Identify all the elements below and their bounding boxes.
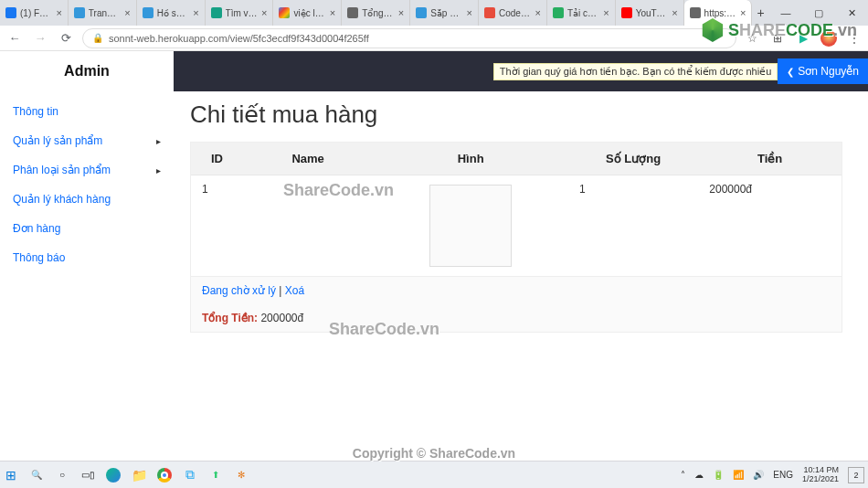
- viblo-icon: [143, 7, 153, 18]
- edge-icon[interactable]: [106, 468, 121, 483]
- tray-battery-icon[interactable]: 🔋: [713, 470, 724, 480]
- tab-viblo-profile[interactable]: Hồ sơ cá×: [137, 0, 206, 26]
- tray-expand-button[interactable]: ˄: [681, 470, 685, 480]
- status-delete-link[interactable]: Xoá: [285, 284, 304, 297]
- vscode-icon[interactable]: ⧉: [183, 468, 197, 483]
- sidebar: Admin Thông tin Quản lý sản phẩm▸ Phân l…: [0, 51, 174, 461]
- tab-label: CodersX: [499, 8, 531, 18]
- app-icon-2[interactable]: ✻: [234, 468, 249, 483]
- file-explorer-icon[interactable]: 📁: [132, 468, 146, 483]
- total-cell: Tổng Tiền: 200000đ: [191, 304, 842, 332]
- sidebar-item-products[interactable]: Quản lý sản phẩm▸: [0, 126, 174, 155]
- tab-globe-1[interactable]: Tổng hợp×: [342, 0, 410, 26]
- nav-forward-button[interactable]: →: [31, 31, 49, 45]
- profile-avatar[interactable]: [820, 30, 837, 47]
- sidebar-item-label: Quản lý sản phẩm: [13, 134, 102, 147]
- tab-label: Tải code n: [567, 8, 599, 18]
- nav-back-button[interactable]: ←: [5, 31, 24, 45]
- order-table-wrapper: ID Name Hình Số Lượng Tiền 1 1 200000đ: [190, 142, 842, 333]
- tab-facebook[interactable]: (1) Faceb×: [0, 0, 69, 26]
- task-view-button[interactable]: ▭▯: [80, 468, 95, 483]
- tray-cloud-icon[interactable]: ☁: [694, 470, 704, 480]
- cell-qty: 1: [568, 175, 698, 277]
- close-icon[interactable]: ×: [261, 7, 267, 18]
- chrome-icon[interactable]: [157, 468, 172, 483]
- product-thumbnail: [429, 185, 512, 267]
- close-icon[interactable]: ×: [193, 7, 198, 18]
- window-close-button[interactable]: ✕: [835, 0, 868, 26]
- browser-tabstrip: (1) Faceb× Trang chủ× Hồ sơ cá× Tìm việc…: [0, 0, 868, 26]
- star-icon[interactable]: ☆: [744, 30, 760, 47]
- address-bar[interactable]: 🔒 sonnt-web.herokuapp.com/view/5fc3ecdf9…: [82, 28, 736, 48]
- extension-icon[interactable]: ⊞: [769, 30, 786, 47]
- new-tab-button[interactable]: +: [752, 0, 768, 26]
- sidebar-item-notifications[interactable]: Thông báo: [0, 243, 174, 272]
- close-icon[interactable]: ×: [672, 7, 677, 18]
- close-icon[interactable]: ×: [535, 7, 540, 18]
- close-icon[interactable]: ×: [603, 7, 609, 18]
- taskbar-clock[interactable]: 10:14 PM 1/21/2021: [802, 466, 839, 483]
- tab-label: https://so: [704, 8, 736, 18]
- cell-id: 1: [191, 175, 243, 277]
- tab-label: Tổng hợp: [362, 8, 394, 18]
- tab-viblo-home[interactable]: Trang chủ×: [69, 0, 137, 26]
- user-name: Sơn Nguyễn: [798, 65, 859, 78]
- order-table: ID Name Hình Số Lượng Tiền 1 1 200000đ: [191, 143, 842, 332]
- tab-current[interactable]: https://so×: [684, 0, 753, 26]
- tab-topdev[interactable]: Tìm việc là×: [206, 0, 274, 26]
- tray-wifi-icon[interactable]: 📶: [733, 470, 744, 480]
- tab-label: Sắp xếp t: [430, 8, 462, 18]
- sidebar-item-info[interactable]: Thông tin: [0, 97, 174, 126]
- tray-sound-icon[interactable]: 🔊: [753, 470, 764, 480]
- close-icon[interactable]: ×: [56, 7, 61, 18]
- sidebar-item-label: Thông báo: [13, 251, 65, 264]
- page-title: Chi tiết mua hàng: [190, 101, 842, 129]
- tab-viblo-sort[interactable]: Sắp xếp t×: [410, 0, 479, 26]
- tab-youtube[interactable]: YouTube×: [616, 0, 684, 26]
- caret-right-icon: ▸: [156, 136, 161, 146]
- total-label: Tổng Tiền:: [202, 312, 258, 324]
- window-minimize-button[interactable]: —: [769, 0, 802, 26]
- nav-reload-button[interactable]: ⟳: [57, 31, 75, 45]
- status-row: Đang chờ xử lý | Xoá: [191, 277, 842, 305]
- menu-icon[interactable]: ⋮: [846, 30, 863, 47]
- sidebar-item-customers[interactable]: Quản lý khách hàng: [0, 185, 174, 214]
- extension-tv-icon[interactable]: ▶: [795, 30, 811, 47]
- cell-image: [373, 175, 568, 277]
- cell-price: 200000đ: [698, 175, 842, 277]
- sidebar-brand[interactable]: Admin: [0, 51, 174, 91]
- notification-button[interactable]: 2: [848, 467, 864, 483]
- close-icon[interactable]: ×: [740, 7, 746, 18]
- tray-lang[interactable]: ENG: [773, 470, 793, 480]
- sidebar-item-orders[interactable]: Đơn hàng: [0, 214, 174, 243]
- tab-sharecode[interactable]: Tải code n×: [547, 0, 616, 26]
- tab-codersx[interactable]: CodersX×: [479, 0, 547, 26]
- app-icon-1[interactable]: ⬆: [208, 468, 223, 483]
- caret-right-icon: ▸: [156, 165, 161, 175]
- status-cell: Đang chờ xử lý | Xoá: [191, 277, 842, 305]
- tab-label: Trang chủ: [89, 8, 121, 18]
- tab-google[interactable]: việc làm t×: [273, 0, 342, 26]
- sidebar-item-label: Thông tin: [13, 105, 58, 118]
- window-maximize-button[interactable]: ▢: [802, 0, 835, 26]
- codersx-icon: [484, 7, 495, 18]
- start-button[interactable]: ⊞: [4, 468, 18, 483]
- sidebar-menu: Thông tin Quản lý sản phẩm▸ Phân loại sả…: [0, 91, 174, 278]
- close-icon[interactable]: ×: [330, 7, 335, 18]
- user-menu-button[interactable]: ❮ Sơn Nguyễn: [778, 58, 868, 84]
- close-icon[interactable]: ×: [398, 7, 404, 18]
- search-button[interactable]: 🔍: [29, 468, 44, 483]
- sidebar-item-categories[interactable]: Phân loại sản phẩm▸: [0, 155, 174, 185]
- close-icon[interactable]: ×: [124, 7, 130, 18]
- top-header: Thời gian quý giá hơn tiền bạc. Bạn có t…: [174, 51, 868, 91]
- topdev-icon: [211, 7, 222, 18]
- status-pending-link[interactable]: Đang chờ xử lý: [202, 284, 276, 297]
- taskbar-left: ⊞ 🔍 ○ ▭▯ 📁 ⧉ ⬆ ✻: [4, 468, 249, 483]
- close-icon[interactable]: ×: [467, 7, 472, 18]
- col-image: Hình: [373, 143, 568, 175]
- clock-date: 1/21/2021: [802, 475, 839, 483]
- status-sep: |: [276, 284, 285, 297]
- viblo-icon: [416, 7, 427, 18]
- cortana-button[interactable]: ○: [55, 468, 69, 483]
- windows-taskbar: ⊞ 🔍 ○ ▭▯ 📁 ⧉ ⬆ ✻ ˄ ☁ 🔋 📶 🔊 ENG 10:14 PM …: [0, 461, 868, 488]
